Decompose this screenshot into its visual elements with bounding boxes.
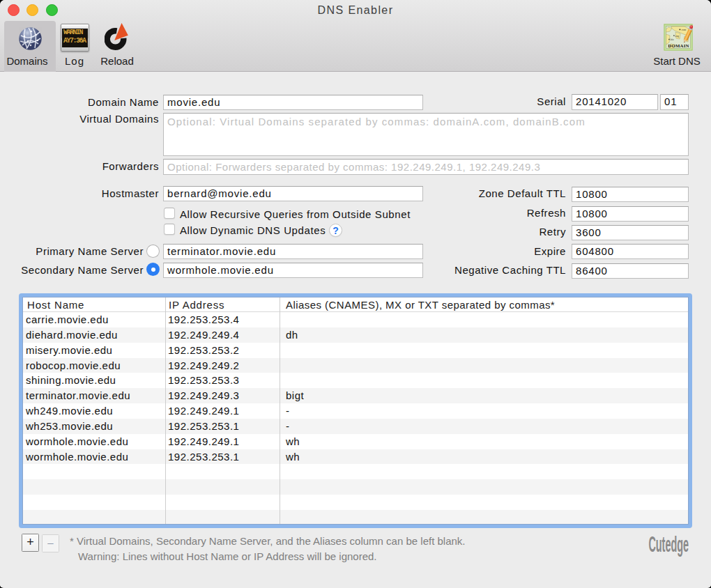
svg-text:.com: .com	[681, 29, 686, 31]
svg-text:DOMAIN: DOMAIN	[668, 43, 689, 48]
svg-text:.org: .org	[675, 35, 679, 38]
svg-text:.biz: .biz	[670, 38, 674, 41]
